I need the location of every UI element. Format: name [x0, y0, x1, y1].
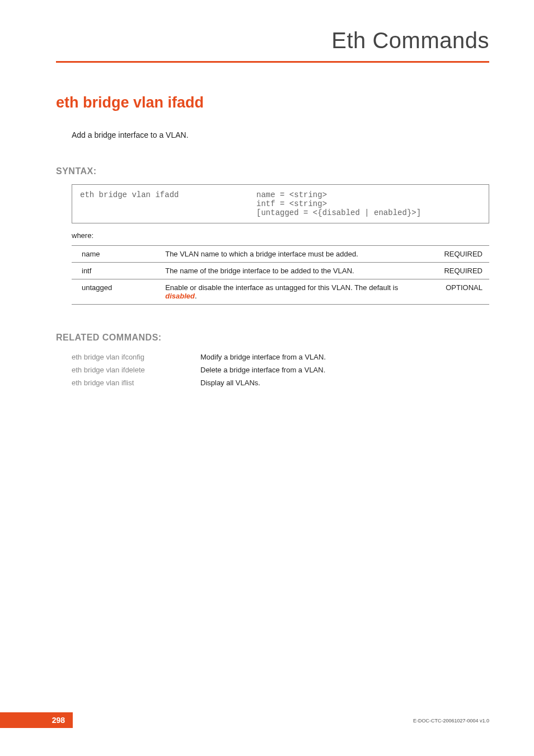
- param-desc-post: .: [195, 292, 197, 300]
- param-name: intf: [72, 263, 155, 279]
- table-row: intf The name of the bridge interface to…: [72, 263, 489, 279]
- related-cmd[interactable]: eth bridge vlan ifconfig: [72, 351, 200, 363]
- where-label: where:: [72, 231, 489, 240]
- related-table: eth bridge vlan ifconfig Modify a bridge…: [72, 351, 326, 389]
- related-desc: Display all VLANs.: [200, 376, 326, 389]
- related-cmd[interactable]: eth bridge vlan iflist: [72, 376, 200, 389]
- param-req: OPTIONAL: [414, 279, 489, 305]
- related-label: RELATED COMMANDS:: [56, 333, 489, 343]
- page-container: Eth Commands eth bridge vlan ifadd Add a…: [0, 0, 534, 756]
- param-desc-pre: Enable or disable the interface as untag…: [165, 283, 398, 292]
- chapter-title: Eth Commands: [56, 28, 489, 61]
- syntax-command: eth bridge vlan ifadd: [80, 190, 256, 217]
- syntax-args: name = <string> intf = <string> [untagge…: [256, 190, 481, 217]
- param-name: untagged: [72, 279, 155, 305]
- param-desc: Enable or disable the interface as untag…: [155, 279, 414, 305]
- param-name: name: [72, 246, 155, 263]
- param-req: REQUIRED: [414, 263, 489, 279]
- syntax-box: eth bridge vlan ifadd name = <string> in…: [72, 184, 489, 223]
- header-rule: [56, 61, 489, 63]
- command-title: eth bridge vlan ifadd: [56, 94, 489, 111]
- param-desc-em: disabled: [165, 292, 195, 300]
- table-row: eth bridge vlan iflist Display all VLANs…: [72, 376, 326, 389]
- param-req: REQUIRED: [414, 246, 489, 263]
- param-desc: The name of the bridge interface to be a…: [155, 263, 414, 279]
- related-desc: Modify a bridge interface from a VLAN.: [200, 351, 326, 363]
- table-row: eth bridge vlan ifconfig Modify a bridge…: [72, 351, 326, 363]
- related-desc: Delete a bridge interface from a VLAN.: [200, 363, 326, 376]
- table-row: untagged Enable or disable the interface…: [72, 279, 489, 305]
- doc-id: E-DOC-CTC-20061027-0004 v1.0: [413, 718, 489, 724]
- table-row: eth bridge vlan ifdelete Delete a bridge…: [72, 363, 326, 376]
- command-description: Add a bridge interface to a VLAN.: [72, 130, 489, 139]
- page-number: 298: [0, 712, 73, 728]
- syntax-label: SYNTAX:: [56, 166, 489, 176]
- table-row: name The VLAN name to which a bridge int…: [72, 246, 489, 263]
- params-table: name The VLAN name to which a bridge int…: [72, 245, 489, 305]
- related-cmd[interactable]: eth bridge vlan ifdelete: [72, 363, 200, 376]
- param-desc: The VLAN name to which a bridge interfac…: [155, 246, 414, 263]
